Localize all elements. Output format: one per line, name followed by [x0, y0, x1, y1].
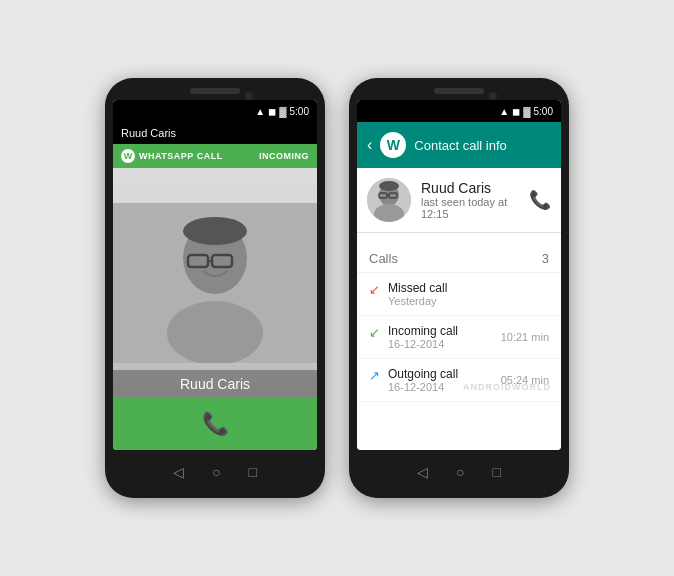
answer-bar[interactable]: 📞: [113, 398, 317, 450]
caller-name-text: Ruud Caris: [180, 376, 250, 392]
call-type-incoming: Incoming call: [388, 324, 493, 338]
phone-incoming: ▲ ◼ ▓ 5:00 Ruud Caris W WHATSAPP CALL IN…: [105, 78, 325, 498]
battery-icon-2: ▓: [523, 106, 530, 117]
caller-name-bar: Ruud Caris: [113, 122, 317, 144]
svg-point-13: [379, 181, 399, 191]
header-title: Contact call info: [414, 138, 507, 153]
whatsapp-call-label: WHATSAPP CALL: [139, 151, 223, 161]
call-item-outgoing[interactable]: ↗ Outgoing call 16-12-2014 05:24 min: [357, 359, 561, 402]
contact-info: Ruud Caris last seen today at 12:15: [421, 180, 519, 220]
home-nav-1[interactable]: ○: [212, 464, 220, 480]
svg-point-6: [183, 217, 247, 245]
whatsapp-bar-left: W WHATSAPP CALL: [121, 149, 223, 163]
wifi-icon-2: ▲: [499, 106, 509, 117]
home-nav-2[interactable]: ○: [456, 464, 464, 480]
call-date-incoming: 16-12-2014: [388, 338, 493, 350]
incoming-arrow-icon: ↙: [369, 325, 380, 340]
phone-camera: [245, 92, 253, 100]
svg-point-5: [167, 301, 263, 363]
call-details-incoming: Incoming call 16-12-2014: [388, 324, 493, 350]
phone-speaker-2: [434, 88, 484, 94]
recent-nav-2[interactable]: □: [493, 464, 501, 480]
calls-title: Calls: [369, 251, 398, 266]
contact-section: Ruud Caris last seen today at 12:15 📞: [357, 168, 561, 233]
phone-nav-1: ◁ ○ □: [113, 456, 317, 488]
phone-screen-2: ▲ ◼ ▓ 5:00 ‹ W Contact call info: [357, 100, 561, 450]
time-1: 5:00: [290, 106, 309, 117]
status-icons-2: ▲ ◼ ▓ 5:00: [499, 106, 553, 117]
whatsapp-icon-header: W: [380, 132, 406, 158]
status-bar-2: ▲ ◼ ▓ 5:00: [357, 100, 561, 122]
signal-icon: ◼: [268, 106, 276, 117]
call-duration-incoming: 10:21 min: [501, 331, 549, 343]
battery-icon: ▓: [279, 106, 286, 117]
phone-nav-2: ◁ ○ □: [357, 456, 561, 488]
contact-avatar-svg: [367, 178, 411, 222]
contact-call-button[interactable]: 📞: [529, 189, 551, 211]
back-arrow-icon[interactable]: ‹: [367, 136, 372, 154]
call-details-missed: Missed call Yesterday: [388, 281, 541, 307]
call-type-missed: Missed call: [388, 281, 541, 295]
call-item-incoming[interactable]: ↙ Incoming call 16-12-2014 10:21 min: [357, 316, 561, 359]
contact-status: last seen today at 12:15: [421, 196, 519, 220]
contact-avatar: [367, 178, 411, 222]
call-date-missed: Yesterday: [388, 295, 541, 307]
call-item-missed[interactable]: ↙ Missed call Yesterday: [357, 273, 561, 316]
back-nav-1[interactable]: ◁: [173, 464, 184, 480]
watermark: ANDROIDWORLD: [463, 382, 551, 392]
calls-section: Calls 3 ↙ Missed call Yesterday ↙ Incomi…: [357, 241, 561, 450]
answer-phone-icon[interactable]: 📞: [202, 411, 229, 437]
whatsapp-letter: W: [124, 151, 133, 161]
caller-photo-svg: [113, 203, 317, 363]
status-bar-1: ▲ ◼ ▓ 5:00: [113, 100, 317, 122]
call-type-outgoing: Outgoing call: [388, 367, 493, 381]
missed-arrow-icon: ↙: [369, 282, 380, 297]
caller-name-overlay: Ruud Caris: [113, 370, 317, 398]
phone-contact-info: ▲ ◼ ▓ 5:00 ‹ W Contact call info: [349, 78, 569, 498]
status-icons-1: ▲ ◼ ▓ 5:00: [255, 106, 309, 117]
whatsapp-bar: W WHATSAPP CALL INCOMING: [113, 144, 317, 168]
wifi-icon: ▲: [255, 106, 265, 117]
caller-photo: Ruud Caris: [113, 168, 317, 398]
recent-nav-1[interactable]: □: [249, 464, 257, 480]
phone-camera-2: [489, 92, 497, 100]
back-nav-2[interactable]: ◁: [417, 464, 428, 480]
calls-count: 3: [542, 251, 549, 266]
contact-name: Ruud Caris: [421, 180, 519, 196]
signal-icon-2: ◼: [512, 106, 520, 117]
outgoing-arrow-icon: ↗: [369, 368, 380, 383]
time-2: 5:00: [534, 106, 553, 117]
whatsapp-icon-small: W: [121, 149, 135, 163]
incoming-label: INCOMING: [259, 151, 309, 161]
caller-name-top: Ruud Caris: [121, 127, 176, 139]
whatsapp-letter-2: W: [387, 137, 400, 153]
phone-speaker: [190, 88, 240, 94]
info-header: ‹ W Contact call info: [357, 122, 561, 168]
calls-header: Calls 3: [357, 241, 561, 273]
phone-screen-1: ▲ ◼ ▓ 5:00 Ruud Caris W WHATSAPP CALL IN…: [113, 100, 317, 450]
